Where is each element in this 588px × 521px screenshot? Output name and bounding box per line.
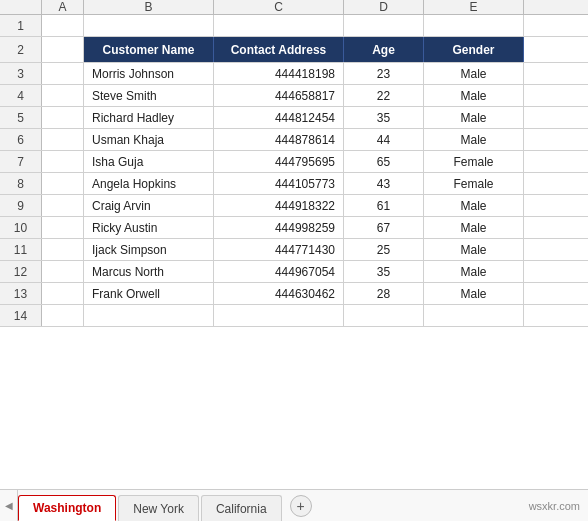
- age[interactable]: 61: [344, 195, 424, 216]
- col-age-header[interactable]: Age: [344, 37, 424, 62]
- customer-name[interactable]: Morris Johnson: [84, 63, 214, 84]
- contact-address[interactable]: 444967054: [214, 261, 344, 282]
- table-row: 9 Craig Arvin 444918322 61 Male: [0, 195, 588, 217]
- col-header-c: C: [214, 0, 344, 14]
- table-row: 8 Angela Hopkins 444105773 43 Female: [0, 173, 588, 195]
- gender[interactable]: Female: [424, 173, 524, 194]
- column-headers: A B C D E: [0, 0, 588, 15]
- contact-address[interactable]: 444918322: [214, 195, 344, 216]
- contact-address[interactable]: 444105773: [214, 173, 344, 194]
- contact-address[interactable]: 444418198: [214, 63, 344, 84]
- col-gender-header[interactable]: Gender: [424, 37, 524, 62]
- gender[interactable]: Male: [424, 129, 524, 150]
- row-num: 14: [0, 305, 42, 326]
- customer-name[interactable]: Frank Orwell: [84, 283, 214, 304]
- cell-a[interactable]: [42, 195, 84, 216]
- table-row: 3 Morris Johnson 444418198 23 Male: [0, 63, 588, 85]
- cell-a[interactable]: [42, 261, 84, 282]
- gender[interactable]: Female: [424, 151, 524, 172]
- contact-address[interactable]: 444658817: [214, 85, 344, 106]
- cell-a[interactable]: [42, 239, 84, 260]
- age[interactable]: 67: [344, 217, 424, 238]
- customer-name[interactable]: Usman Khaja: [84, 129, 214, 150]
- sheet-tab-new-york[interactable]: New York: [118, 495, 199, 521]
- row-num: 13: [0, 283, 42, 304]
- scroll-left-button[interactable]: ◀: [0, 490, 18, 521]
- table-row: 13 Frank Orwell 444630462 28 Male: [0, 283, 588, 305]
- cell-a[interactable]: [42, 63, 84, 84]
- gender[interactable]: Male: [424, 107, 524, 128]
- customer-name[interactable]: Craig Arvin: [84, 195, 214, 216]
- age[interactable]: 43: [344, 173, 424, 194]
- gender[interactable]: Male: [424, 261, 524, 282]
- gender[interactable]: Male: [424, 195, 524, 216]
- sheet-tab-california[interactable]: California: [201, 495, 282, 521]
- table-row: 4 Steve Smith 444658817 22 Male: [0, 85, 588, 107]
- age[interactable]: 28: [344, 283, 424, 304]
- contact-address[interactable]: 444630462: [214, 283, 344, 304]
- customer-name[interactable]: Richard Hadley: [84, 107, 214, 128]
- cell-a[interactable]: [42, 129, 84, 150]
- age[interactable]: 35: [344, 261, 424, 282]
- cell-a[interactable]: [42, 107, 84, 128]
- cell-a[interactable]: [42, 305, 84, 326]
- contact-address[interactable]: 444771430: [214, 239, 344, 260]
- sheet-tabs: Washington New York California: [18, 490, 284, 521]
- gender[interactable]: Male: [424, 85, 524, 106]
- row-num: 8: [0, 173, 42, 194]
- cell-1-d[interactable]: [344, 15, 424, 36]
- cell-b[interactable]: [84, 305, 214, 326]
- age[interactable]: 23: [344, 63, 424, 84]
- contact-address[interactable]: 444795695: [214, 151, 344, 172]
- contact-address[interactable]: 444998259: [214, 217, 344, 238]
- table-header-row: 2 Customer Name Contact Address Age Gend…: [0, 37, 588, 63]
- gender[interactable]: Male: [424, 239, 524, 260]
- cell-a[interactable]: [42, 217, 84, 238]
- bottom-bar: ◀ Washington New York California + wsxkr…: [0, 489, 588, 521]
- customer-name[interactable]: Marcus North: [84, 261, 214, 282]
- age[interactable]: 35: [344, 107, 424, 128]
- age[interactable]: 25: [344, 239, 424, 260]
- cell-1-a[interactable]: [42, 15, 84, 36]
- cell-a[interactable]: [42, 151, 84, 172]
- col-header-d: D: [344, 0, 424, 14]
- cell-c[interactable]: [214, 305, 344, 326]
- table-row: 7 Isha Guja 444795695 65 Female: [0, 151, 588, 173]
- row-num: 12: [0, 261, 42, 282]
- gender[interactable]: Male: [424, 283, 524, 304]
- contact-address[interactable]: 444812454: [214, 107, 344, 128]
- cell-d[interactable]: [344, 305, 424, 326]
- cell-e[interactable]: [424, 305, 524, 326]
- table-row: 11 Ijack Simpson 444771430 25 Male: [0, 239, 588, 261]
- col-header-a: A: [42, 0, 84, 14]
- cell-1-c[interactable]: [214, 15, 344, 36]
- sheet-tab-washington[interactable]: Washington: [18, 495, 116, 521]
- row-num: 7: [0, 151, 42, 172]
- cell-a[interactable]: [42, 283, 84, 304]
- row-num: 2: [0, 37, 42, 62]
- age[interactable]: 44: [344, 129, 424, 150]
- customer-name[interactable]: Ijack Simpson: [84, 239, 214, 260]
- row-num: 10: [0, 217, 42, 238]
- cell-a[interactable]: [42, 85, 84, 106]
- cell-1-e[interactable]: [424, 15, 524, 36]
- gender[interactable]: Male: [424, 217, 524, 238]
- contact-address[interactable]: 444878614: [214, 129, 344, 150]
- customer-name[interactable]: Angela Hopkins: [84, 173, 214, 194]
- spreadsheet: A B C D E 1 2 Customer Name Contact Addr…: [0, 0, 588, 489]
- age[interactable]: 65: [344, 151, 424, 172]
- corner-header: [0, 0, 42, 14]
- age[interactable]: 22: [344, 85, 424, 106]
- col-contact-address-header[interactable]: Contact Address: [214, 37, 344, 62]
- customer-name[interactable]: Isha Guja: [84, 151, 214, 172]
- add-sheet-button[interactable]: +: [290, 495, 312, 517]
- table-row: 14: [0, 305, 588, 327]
- cell-1-b[interactable]: [84, 15, 214, 36]
- customer-name[interactable]: Ricky Austin: [84, 217, 214, 238]
- customer-name[interactable]: Steve Smith: [84, 85, 214, 106]
- col-customer-name-header[interactable]: Customer Name: [84, 37, 214, 62]
- gender[interactable]: Male: [424, 63, 524, 84]
- cell-a[interactable]: [42, 173, 84, 194]
- cell-2-a[interactable]: [42, 37, 84, 62]
- row-num: 11: [0, 239, 42, 260]
